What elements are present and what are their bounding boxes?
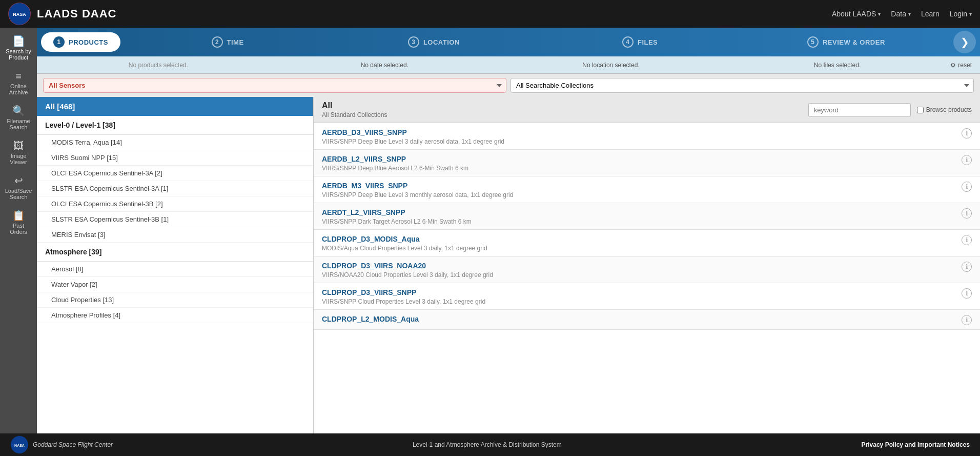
- cat-item-slstr-3b[interactable]: SLSTR ESA Copernicus Sentinel-3B [1]: [37, 212, 313, 227]
- product-area: All Sensors All Searchable Collections A…: [37, 74, 980, 433]
- cat-item-slstr-3a[interactable]: SLSTR ESA Copernicus Sentinel-3A [1]: [37, 181, 313, 196]
- status-date: No date selected.: [272, 62, 498, 69]
- filename-search-icon: 🔍: [12, 106, 25, 116]
- cat-item-aerosol[interactable]: Aerosol [8]: [37, 262, 313, 277]
- step-num-4: 4: [622, 36, 634, 48]
- category-panel: All [468] Level-0 / Level-1 [38] MODIS T…: [37, 97, 314, 433]
- app-title: LAADS DAAC: [37, 7, 832, 21]
- cat-item-meris[interactable]: MERIS Envisat [3]: [37, 227, 313, 243]
- reset-button[interactable]: ⚙ reset: [950, 62, 972, 69]
- product-row[interactable]: CLDPROP_D3_VIIRS_SNPP VIIRS/SNPP Cloud P…: [314, 283, 980, 310]
- products-subtitle: All Standard Collections: [322, 111, 387, 118]
- cat-item-water-vapor[interactable]: Water Vapor [2]: [37, 277, 313, 292]
- product-row[interactable]: AERDB_L2_VIIRS_SNPP VIIRS/SNPP Deep Blue…: [314, 150, 980, 176]
- product-info-icon[interactable]: ℹ: [962, 128, 972, 138]
- product-desc: MODIS/Aqua Cloud Properties Level 3 dail…: [322, 245, 487, 252]
- footer-privacy-link[interactable]: Privacy Policy and Important Notices: [862, 441, 970, 448]
- product-info-icon[interactable]: ℹ: [962, 288, 972, 299]
- product-row[interactable]: AERDB_M3_VIIRS_SNPP VIIRS/SNPP Deep Blue…: [314, 176, 980, 203]
- login-nav[interactable]: Login ▾: [950, 10, 972, 18]
- product-info-icon[interactable]: ℹ: [962, 262, 972, 272]
- product-row[interactable]: AERDT_L2_VIIRS_SNPP VIIRS/SNPP Dark Targ…: [314, 203, 980, 230]
- step-label-time: TIME: [227, 38, 244, 46]
- learn-nav[interactable]: Learn: [921, 10, 940, 18]
- product-info: CLDPROP_D3_VIIRS_SNPP VIIRS/SNPP Cloud P…: [322, 288, 485, 305]
- product-desc: VIIRS/SNPP Deep Blue Level 3 monthly aer…: [322, 191, 513, 199]
- product-info-icon[interactable]: ℹ: [962, 208, 972, 219]
- browse-products-label: Browse products: [917, 106, 972, 113]
- products-list: AERDB_D3_VIIRS_SNPP VIIRS/SNPP Deep Blue…: [314, 123, 980, 433]
- sidebar-item-online-archive[interactable]: ≡ Online Archive: [2, 67, 35, 100]
- product-desc: VIIRS/SNPP Deep Blue Level 3 daily aeros…: [322, 138, 504, 145]
- product-name: AERDT_L2_VIIRS_SNPP: [322, 208, 472, 216]
- products-title: All: [322, 101, 387, 110]
- about-laads-nav[interactable]: About LAADS ▾: [832, 10, 881, 18]
- browse-products-checkbox[interactable]: [917, 107, 924, 113]
- collection-filter[interactable]: All Searchable Collections: [511, 78, 974, 93]
- data-nav[interactable]: Data ▾: [891, 10, 911, 18]
- products-header-left: All All Standard Collections: [322, 101, 387, 118]
- product-row[interactable]: CLDPROP_L2_MODIS_Aqua ℹ: [314, 310, 980, 330]
- product-name: AERDB_D3_VIIRS_SNPP: [322, 128, 504, 136]
- sidebar-item-filename-search[interactable]: 🔍 Filename Search: [2, 102, 35, 134]
- svg-text:NASA: NASA: [14, 444, 25, 447]
- sidebar-item-label: Past Orders: [4, 223, 33, 235]
- status-bar: No products selected. No date selected. …: [37, 56, 980, 74]
- category-group-atmosphere[interactable]: Atmosphere [39]: [37, 243, 313, 262]
- product-info-icon[interactable]: ℹ: [962, 315, 972, 325]
- sensor-filter[interactable]: All Sensors: [43, 78, 506, 93]
- product-desc: VIIRS/SNPP Dark Target Aerosol L2 6-Min …: [322, 218, 472, 225]
- product-info: AERDB_D3_VIIRS_SNPP VIIRS/SNPP Deep Blue…: [322, 128, 504, 145]
- product-info-icon[interactable]: ℹ: [962, 182, 972, 192]
- category-group-level01[interactable]: Level-0 / Level-1 [38]: [37, 116, 313, 135]
- product-info-icon[interactable]: ℹ: [962, 235, 972, 245]
- product-info: AERDT_L2_VIIRS_SNPP VIIRS/SNPP Dark Targ…: [322, 208, 472, 225]
- cat-item-cloud-properties[interactable]: Cloud Properties [13]: [37, 292, 313, 308]
- about-caret-icon: ▾: [878, 11, 881, 17]
- products-header: All All Standard Collections Browse prod…: [314, 97, 980, 123]
- status-products: No products selected.: [45, 62, 272, 69]
- wizard-step-time[interactable]: 2 TIME: [125, 36, 331, 48]
- cat-item-olci-3a[interactable]: OLCI ESA Copernicus Sentinel-3A [2]: [37, 166, 313, 181]
- filter-row: All Sensors All Searchable Collections: [37, 74, 980, 97]
- product-desc: VIIRS/SNPP Cloud Properties Level 3 dail…: [322, 298, 485, 305]
- cat-item-olci-3b[interactable]: OLCI ESA Copernicus Sentinel-3B [2]: [37, 196, 313, 212]
- online-archive-icon: ≡: [15, 71, 22, 81]
- wizard-step-files[interactable]: 4 FILES: [537, 36, 743, 48]
- product-row[interactable]: CLDPROP_D3_MODIS_Aqua MODIS/Aqua Cloud P…: [314, 230, 980, 256]
- product-info: CLDPROP_D3_MODIS_Aqua MODIS/Aqua Cloud P…: [322, 235, 487, 252]
- top-nav: NASA LAADS DAAC About LAADS ▾ Data ▾ Lea…: [0, 0, 980, 28]
- category-all[interactable]: All [468]: [37, 97, 313, 116]
- step-num-1: 1: [53, 36, 65, 48]
- wizard-step-location[interactable]: 3 LOCATION: [331, 36, 537, 48]
- cat-item-modis[interactable]: MODIS Terra, Aqua [14]: [37, 135, 313, 150]
- image-viewer-icon: 🖼: [13, 141, 24, 151]
- sidebar-item-load-save[interactable]: ↩ Load/Save Search: [2, 171, 35, 204]
- sidebar-item-search-product[interactable]: 📄 Search by Product: [2, 32, 35, 65]
- step-num-2: 2: [212, 36, 223, 48]
- sidebar-item-past-orders[interactable]: 📋 Past Orders: [2, 206, 35, 239]
- footer: NASA Goddard Space Flight Center Level-1…: [0, 433, 980, 456]
- login-caret-icon: ▾: [969, 11, 972, 17]
- step-num-3: 3: [408, 36, 419, 48]
- step-label-review: REVIEW & ORDER: [823, 38, 885, 46]
- wizard-step-products[interactable]: 1 PRODUCTS: [41, 32, 120, 52]
- goddard-text: Goddard Space Flight Center: [33, 441, 113, 448]
- cat-item-atmosphere-profiles[interactable]: Atmosphere Profiles [4]: [37, 308, 313, 323]
- product-row[interactable]: CLDPROP_D3_VIIRS_NOAA20 VIIRS/NOAA20 Clo…: [314, 256, 980, 283]
- sidebar-item-image-viewer[interactable]: 🖼 Image Viewer: [2, 136, 35, 169]
- wizard-step-review[interactable]: 5 REVIEW & ORDER: [743, 36, 949, 48]
- nasa-footer-logo: NASA: [10, 435, 29, 454]
- wizard-next-button[interactable]: ❯: [953, 31, 976, 53]
- wizard-bar: 1 PRODUCTS 2 TIME 3 LOCATION 4 FILES 5: [37, 28, 980, 56]
- cat-item-viirs-snpp[interactable]: VIIRS Suomi NPP [15]: [37, 150, 313, 166]
- sidebar-item-label: Filename Search: [4, 118, 33, 130]
- step-num-5: 5: [807, 36, 819, 48]
- product-info: AERDB_L2_VIIRS_SNPP VIIRS/SNPP Deep Blue…: [322, 155, 468, 172]
- sidebar-item-label: Load/Save Search: [4, 188, 33, 200]
- past-orders-icon: 📋: [12, 210, 25, 221]
- product-desc: VIIRS/SNPP Deep Blue Aerosol L2 6-Min Sw…: [322, 165, 468, 172]
- product-row[interactable]: AERDB_D3_VIIRS_SNPP VIIRS/SNPP Deep Blue…: [314, 123, 980, 150]
- keyword-input[interactable]: [808, 103, 911, 117]
- product-info-icon[interactable]: ℹ: [962, 155, 972, 165]
